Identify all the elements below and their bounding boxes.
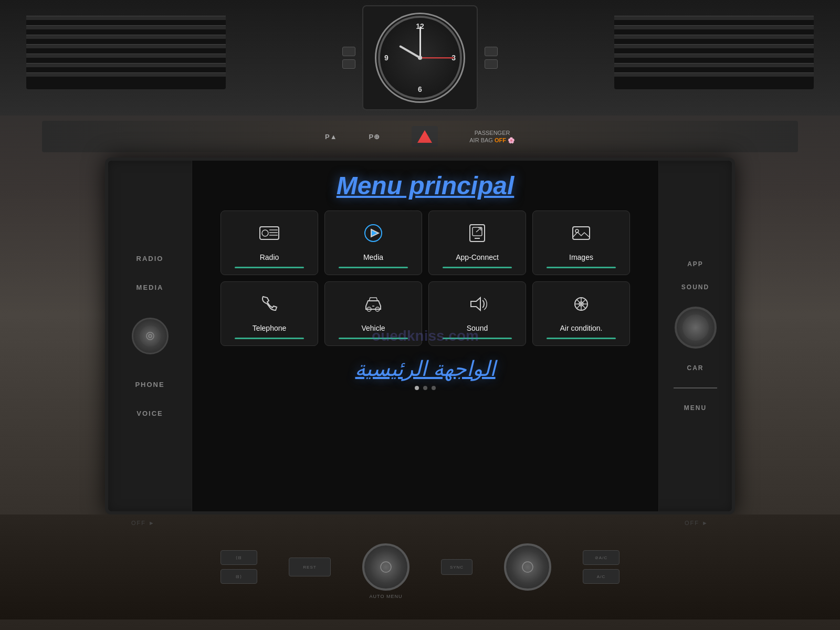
right-knob-inner [682, 314, 709, 341]
tile-vehicle-label: Vehicle [361, 324, 385, 332]
clock-center-dot [418, 56, 422, 60]
parking-btn-1[interactable]: P▲ [325, 133, 338, 141]
sidebar-item-voice[interactable]: VOICE [136, 410, 163, 417]
infotainment-screen: RADIO MEDIA PHONE VOICE Menu principal [105, 158, 735, 514]
parking-btn-2[interactable]: P⊕ [369, 133, 381, 141]
tile-sound-label: Sound [467, 324, 488, 332]
svg-point-25 [381, 562, 391, 572]
svg-rect-13 [573, 227, 590, 239]
clock-btn-top-left[interactable] [342, 47, 355, 56]
arabic-subtitle: الواجهة الرئيسية [355, 356, 495, 381]
telephone-icon [258, 292, 281, 319]
tile-radio-label: Radio [260, 253, 279, 261]
tile-media[interactable]: Media [324, 211, 422, 275]
clock-number-6: 6 [418, 85, 422, 93]
right-sidebar-item-app[interactable]: APP [687, 260, 704, 268]
hazard-button[interactable] [412, 126, 438, 147]
tile-vehicle[interactable]: Vehicle [324, 281, 422, 346]
bottom-btn-seat-right[interactable]: ⊟⟩ [220, 569, 257, 584]
right-sidebar-divider [674, 387, 717, 388]
svg-point-26 [522, 562, 533, 572]
tile-radio-underline [235, 267, 303, 268]
svg-marker-8 [371, 229, 379, 237]
clock-number-9: 9 [384, 54, 388, 62]
svg-rect-2 [260, 227, 279, 239]
tile-images[interactable]: Images [532, 211, 630, 275]
tile-telephone-underline [235, 338, 303, 339]
right-bottom-knob[interactable] [504, 543, 551, 591]
tile-sound[interactable]: Sound [428, 281, 526, 346]
tile-aircondition[interactable]: Air condition. [532, 281, 630, 346]
vehicle-icon [362, 292, 385, 319]
vol-left-label: OFF ► [131, 520, 155, 526]
clock-second-hand [420, 57, 454, 58]
tile-media-label: Media [363, 253, 383, 261]
appconnect-icon [466, 222, 489, 248]
tile-vehicle-underline [339, 338, 407, 339]
menu-title: Menu principal [337, 171, 514, 200]
bottom-btn-rest[interactable]: REST [289, 558, 331, 576]
right-knob[interactable] [675, 307, 717, 349]
page-dot-1[interactable] [415, 386, 419, 390]
svg-point-0 [146, 332, 154, 340]
images-icon [570, 222, 593, 248]
tile-aircondition-underline [547, 338, 615, 339]
bottom-btn-sync[interactable]: SYNC [441, 559, 472, 575]
left-knob[interactable] [132, 318, 169, 354]
left-bottom-buttons: ⟨⊟ ⊟⟩ [220, 550, 257, 584]
tile-radio[interactable]: Radio [220, 211, 318, 275]
tile-appconnect[interactable]: App-Connect [428, 211, 526, 275]
media-icon [362, 222, 385, 248]
bottom-btn-seat-left[interactable]: ⟨⊟ [220, 550, 257, 565]
bottom-btn-ac1[interactable]: ⊘A/C [583, 550, 620, 565]
radio-icon [258, 222, 281, 248]
right-sidebar-item-sound[interactable]: SOUND [681, 284, 709, 291]
main-screen-content: Menu principal [192, 161, 658, 511]
top-vent-section: 12 3 6 9 [0, 0, 840, 116]
tile-aircondition-label: Air condition. [560, 324, 603, 332]
bottom-controls: OFF ► OFF ► ⟨⊟ ⊟⟩ REST AUTO MENU SYNC [0, 514, 840, 620]
right-knob-inner-bottom [512, 551, 543, 583]
center-knob-inner [370, 551, 402, 583]
right-bottom-buttons: ⊘A/C A/C [583, 550, 620, 584]
analog-clock: 12 3 6 9 [362, 5, 478, 110]
clock-left-buttons [342, 47, 355, 69]
sidebar-item-radio[interactable]: RADIO [136, 255, 164, 262]
tile-images-underline [547, 267, 615, 268]
right-sidebar-item-menu[interactable]: MENU [684, 404, 707, 412]
svg-point-3 [262, 230, 268, 236]
right-sidebar: APP SOUND CAR MENU [658, 161, 732, 511]
left-knob-inner [140, 326, 161, 346]
tile-telephone-label: Telephone [253, 324, 287, 332]
hazard-triangle-icon [417, 130, 432, 143]
aircondition-icon [570, 292, 593, 319]
clock-btn-bottom-left[interactable] [342, 59, 355, 69]
sidebar-item-media[interactable]: MEDIA [136, 284, 164, 291]
clock-btn-bottom-right[interactable] [485, 59, 498, 69]
page-dot-2[interactable] [423, 386, 427, 390]
bottom-btn-ac2[interactable]: A/C [583, 569, 620, 584]
svg-point-1 [149, 334, 152, 338]
airbag-status: PASSENGERAIR BAG OFF 🌸 [469, 129, 515, 144]
center-knob-label: AUTO MENU [370, 594, 403, 599]
svg-marker-18 [471, 298, 480, 310]
sound-icon [466, 292, 489, 319]
tile-telephone[interactable]: Telephone [220, 281, 318, 346]
tile-appconnect-label: App-Connect [456, 253, 499, 261]
menu-grid: Radio Media [220, 211, 630, 346]
right-vent [614, 16, 814, 89]
left-vent [26, 16, 226, 89]
tile-appconnect-underline [443, 267, 511, 268]
vol-right-label: OFF ► [685, 520, 709, 526]
page-dots [415, 386, 436, 390]
right-sidebar-item-car[interactable]: CAR [687, 364, 704, 372]
tile-images-label: Images [569, 253, 593, 261]
page-dot-3[interactable] [432, 386, 436, 390]
tile-sound-underline [443, 338, 511, 339]
center-bottom-knob[interactable]: AUTO MENU [362, 543, 410, 591]
clock-btn-top-right[interactable] [485, 47, 498, 56]
tile-media-underline [339, 267, 407, 268]
sidebar-item-phone[interactable]: PHONE [135, 381, 164, 388]
left-sidebar: RADIO MEDIA PHONE VOICE [108, 161, 192, 511]
control-strip: P▲ P⊕ PASSENGERAIR BAG OFF 🌸 [42, 121, 798, 152]
